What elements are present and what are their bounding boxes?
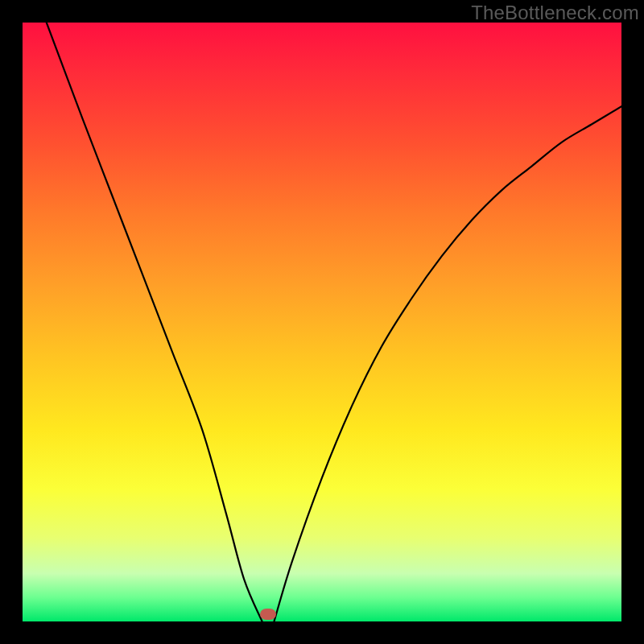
chart-frame: TheBottleneck.com bbox=[0, 0, 644, 644]
watermark-text: TheBottleneck.com bbox=[471, 2, 639, 24]
optimum-marker bbox=[260, 609, 276, 620]
right-branch-line bbox=[274, 106, 621, 621]
left-branch-line bbox=[47, 23, 262, 621]
curve-layer bbox=[23, 23, 621, 621]
plot-area bbox=[23, 23, 621, 621]
